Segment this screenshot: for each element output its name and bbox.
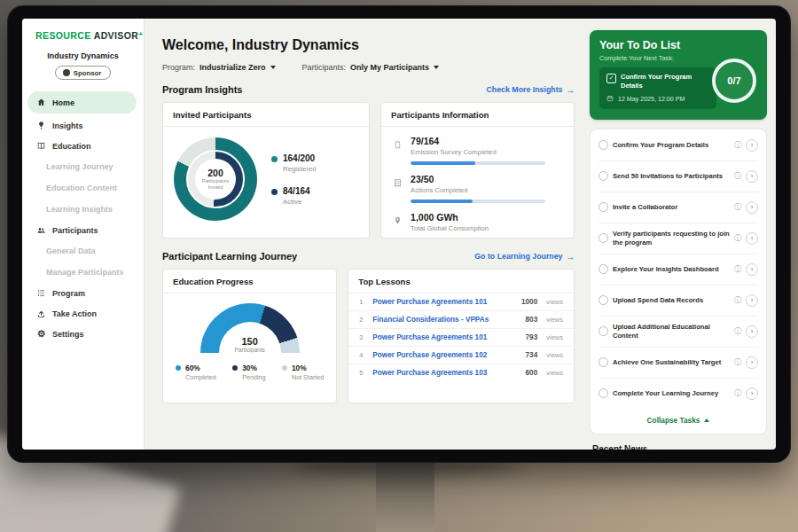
- task-label: Invite a Collaborator: [613, 203, 730, 212]
- lesson-row[interactable]: 5 Power Purchase Agreements 103 600 view…: [348, 364, 574, 381]
- info-icon[interactable]: ⓘ: [734, 171, 741, 181]
- check-more-insights-link[interactable]: Check More Insights →: [486, 85, 575, 95]
- legend-item-registered: 164/200 Registered: [271, 153, 317, 173]
- sidebar-item-program[interactable]: Program: [22, 283, 144, 303]
- brand-primary: RESOURCE: [35, 30, 91, 41]
- checkbox-icon[interactable]: [598, 326, 608, 336]
- sponsor-badge[interactable]: Sponsor: [55, 66, 112, 80]
- legend-label: Not Started: [292, 373, 324, 381]
- sidebar-item-label: Program: [52, 289, 85, 298]
- chevron-right-icon[interactable]: ›: [746, 356, 758, 369]
- task-label: Send 50 Invitations to Participants: [613, 172, 730, 181]
- lesson-row[interactable]: 4 Power Purchase Agreements 102 734 view…: [348, 347, 574, 364]
- task-row[interactable]: Explore Your Insights Dashboard ⓘ ›: [598, 254, 758, 286]
- task-row[interactable]: Achieve One Sustainability Target ⓘ ›: [598, 348, 758, 379]
- gauge-center-label: Participants: [200, 347, 300, 353]
- sidebar-item-manage-participants[interactable]: Manage Participants: [22, 262, 144, 283]
- gauge-center-value: 150: [200, 336, 300, 347]
- collapse-tasks-button[interactable]: Collapse Tasks: [598, 409, 758, 433]
- info-icon[interactable]: ⓘ: [734, 295, 741, 305]
- lesson-link[interactable]: Power Purchase Agreements 101: [372, 298, 515, 306]
- chevron-right-icon[interactable]: ›: [746, 232, 758, 245]
- checkbox-icon[interactable]: [598, 295, 608, 305]
- task-row[interactable]: Confirm Your Program Details ⓘ ›: [598, 130, 758, 161]
- chevron-right-icon[interactable]: ›: [746, 139, 758, 152]
- legend-value: 10%: [292, 364, 324, 372]
- info-icon[interactable]: ⓘ: [734, 326, 741, 336]
- brand-logo[interactable]: RESOURCE ADVISOR+: [35, 30, 144, 41]
- checkbox-icon[interactable]: [598, 202, 608, 212]
- lesson-link[interactable]: Power Purchase Agreements 102: [372, 351, 519, 359]
- sidebar-item-label: General Data: [46, 246, 96, 255]
- sponsor-icon: [63, 69, 70, 76]
- info-icon[interactable]: ⓘ: [734, 357, 741, 367]
- checkbox-icon[interactable]: [598, 233, 608, 243]
- sidebar-item-learning-insights[interactable]: Learning Insights: [22, 199, 144, 220]
- lesson-row[interactable]: 3 Power Purchase Agreements 101 793 view…: [348, 329, 574, 347]
- checkbox-icon[interactable]: [598, 140, 608, 150]
- info-icon[interactable]: ⓘ: [734, 140, 741, 150]
- lesson-link[interactable]: Power Purchase Agreements 103: [372, 369, 519, 377]
- lesson-link[interactable]: Financial Considerations - VPPAs: [372, 316, 519, 324]
- task-row[interactable]: Send 50 Invitations to Participants ⓘ ›: [598, 161, 758, 192]
- sidebar-item-label: Home: [52, 98, 74, 107]
- lesson-views-unit: views: [546, 316, 563, 324]
- gear-icon: ⚙: [36, 329, 46, 339]
- brand-plus: +: [138, 30, 143, 38]
- chevron-down-icon: [434, 66, 439, 69]
- chevron-right-icon[interactable]: ›: [746, 387, 758, 400]
- monitor-stand: [376, 461, 434, 532]
- sidebar-item-insights[interactable]: Insights: [22, 115, 144, 136]
- chevron-right-icon[interactable]: ›: [746, 294, 758, 307]
- link-label: Check More Insights: [486, 85, 562, 94]
- chevron-right-icon[interactable]: ›: [746, 263, 758, 276]
- info-value: 1,000 GWh: [411, 212, 489, 223]
- chevron-right-icon[interactable]: ›: [746, 170, 758, 183]
- checkbox-icon[interactable]: [598, 171, 608, 181]
- next-task-label: Confirm Your Program Details: [621, 73, 709, 90]
- program-dropdown[interactable]: Program: Industrialize Zero: [162, 63, 276, 72]
- sidebar-item-settings[interactable]: ⚙ Settings: [22, 324, 144, 344]
- task-label: Upload Additional Educational Content: [613, 323, 730, 340]
- task-row[interactable]: Verify participants requesting to join t…: [598, 223, 758, 254]
- arrow-right-icon: →: [567, 252, 575, 262]
- next-task-box[interactable]: ✓ Confirm Your Program Details 12 May 20…: [599, 67, 716, 109]
- go-to-learning-journey-link[interactable]: Go to Learning Journey →: [474, 252, 575, 262]
- info-label: Emission Survey Completed: [411, 148, 545, 156]
- checklist-icon: [393, 176, 403, 186]
- checkbox-icon[interactable]: [598, 388, 608, 398]
- sidebar-item-general-data[interactable]: General Data: [22, 240, 144, 262]
- task-label: Verify participants requesting to join t…: [613, 230, 730, 247]
- donut-center-value: 200: [199, 168, 232, 179]
- checkbox-icon[interactable]: [598, 357, 608, 367]
- info-icon[interactable]: ⓘ: [734, 388, 741, 398]
- chevron-right-icon[interactable]: ›: [746, 201, 758, 214]
- dashboard-screen: RESOURCE ADVISOR+ Industry Dynamics Spon…: [22, 19, 776, 450]
- participants-dropdown[interactable]: Participants: Only My Participants: [302, 63, 440, 72]
- task-row[interactable]: Invite a Collaborator ⓘ ›: [598, 192, 758, 223]
- lesson-row[interactable]: 2 Financial Considerations - VPPAs 803 v…: [348, 311, 574, 329]
- info-icon[interactable]: ⓘ: [734, 202, 741, 212]
- sidebar-item-take-action[interactable]: Take Action: [22, 303, 144, 324]
- lesson-row[interactable]: 1 Power Purchase Agreements 101 1000 vie…: [348, 293, 574, 311]
- chevron-right-icon[interactable]: ›: [746, 325, 758, 338]
- checkbox-icon[interactable]: [598, 264, 608, 274]
- info-icon[interactable]: ⓘ: [734, 233, 741, 243]
- participants-information-card: Participants Information 79/164 Emission…: [380, 102, 575, 239]
- sidebar-item-participants[interactable]: Participants: [22, 220, 144, 240]
- info-label: Actions Completed: [411, 186, 545, 194]
- sidebar-item-learning-journey[interactable]: Learning Journey: [22, 156, 144, 177]
- sidebar-item-home[interactable]: Home: [27, 91, 137, 113]
- legend-label: Registered: [283, 165, 317, 173]
- sidebar-item-education[interactable]: Education: [22, 136, 144, 156]
- sidebar-item-education-content[interactable]: Education Content: [22, 177, 144, 199]
- lesson-views: 734: [526, 351, 538, 359]
- info-label: Total Global Consumption: [411, 224, 489, 232]
- task-row[interactable]: Upload Additional Educational Content ⓘ …: [598, 317, 758, 348]
- info-icon[interactable]: ⓘ: [734, 264, 741, 274]
- task-row[interactable]: Upload Spend Data Records ⓘ ›: [598, 286, 758, 317]
- lesson-link[interactable]: Power Purchase Agreements 101: [372, 333, 519, 341]
- task-row[interactable]: Complete Your Learning Journey ⓘ ›: [598, 379, 758, 409]
- todo-task-list: Confirm Your Program Details ⓘ › Send 50…: [590, 129, 767, 434]
- lesson-views: 793: [526, 333, 538, 341]
